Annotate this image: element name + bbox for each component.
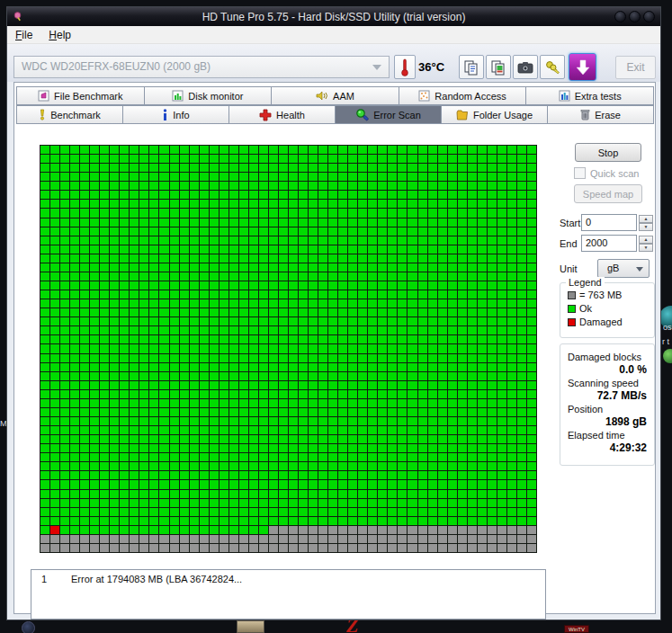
tab-row-bottom: Benchmark Info Health [16,105,653,124]
tab-folder-usage[interactable]: Folder Usage [441,105,548,124]
toolbar: WDC WD20EFRX-68EUZN0 (2000 gB) 36°C [7,44,660,82]
tab-label: Benchmark [50,110,101,120]
stop-button[interactable]: Stop [575,143,641,162]
desktop-icon-orb-small [663,349,672,363]
tab-file-benchmark[interactable]: File Benchmark [16,86,145,105]
error-number: 1 [31,574,71,584]
stop-label: Stop [598,147,619,158]
menu-help[interactable]: Help [40,27,79,43]
unit-dropdown[interactable]: gB [597,259,650,278]
minimize-button[interactable] [614,11,626,22]
disk-monitor-icon [172,90,184,102]
unit-value: gB [607,263,619,273]
folder-icon [456,110,469,120]
scanning-speed-value: 72.7 MB/s [560,389,647,402]
tab-disk-monitor[interactable]: Disk monitor [144,86,273,105]
tab-label: Random Access [435,91,506,102]
end-row: End 2000 ▲ ▼ [560,235,653,252]
chevron-down-icon [636,267,643,272]
titlebar: HD Tune Pro 5.75 - Hard Disk/SSD Utility… [7,7,660,26]
copy-image-button[interactable] [486,55,511,79]
start-label: Start [560,218,581,228]
elapsed-time-value: 4:29:32 [560,441,647,454]
legend-swatch-block [568,291,576,299]
tab-label: Error Scan [373,110,421,120]
thermometer-icon [400,58,409,76]
options-button[interactable] [540,55,565,79]
end-label: End [560,238,581,249]
trash-icon [580,109,590,120]
content-panel: File Benchmark Disk monitor [13,82,656,614]
temperature-button[interactable] [394,55,416,79]
tab-error-scan[interactable]: Error Scan [335,105,442,124]
tab-label: Info [173,110,189,120]
chevron-down-icon [372,65,381,70]
tab-aam[interactable]: AAM [271,86,399,105]
random-access-icon [418,90,430,102]
legend-box: Legend = 763 MB Ok Damaged [560,282,655,338]
tab-random-access[interactable]: Random Access [399,86,527,105]
start-row: Start 0 ▲ ▼ [560,214,653,231]
damaged-blocks-label: Damaged blocks [568,352,654,362]
menu-file[interactable]: File [7,27,40,43]
error-message: Error at 1794083 MB (LBA 36742824... [71,574,545,584]
temperature-value: 36°C [418,60,444,74]
speaker-icon [316,90,328,102]
tab-erase[interactable]: Erase [547,105,654,124]
scanning-speed-label: Scanning speed [568,378,654,388]
drive-select-dropdown[interactable]: WDC WD20EFRX-68EUZN0 (2000 gB) [13,56,390,78]
error-row[interactable]: 1 Error at 1794083 MB (LBA 36742824... [31,570,545,584]
close-button[interactable] [643,11,655,22]
exit-button[interactable]: Exit [615,56,656,79]
start-spin-up[interactable]: ▲ [639,215,653,223]
unit-label: Unit [560,263,597,274]
position-label: Position [568,404,654,415]
scan-grid [40,145,537,553]
tab-label: Erase [595,110,621,120]
speed-map-button[interactable]: Speed map [574,184,642,203]
desktop-photo-thumbnail [237,620,264,633]
legend-swatch-damaged [568,318,576,326]
legend-swatch-ok [568,305,576,313]
start-spin-down[interactable]: ▼ [639,223,653,231]
tab-label: Disk monitor [188,91,243,102]
legend-title: Legend [566,277,605,288]
end-input[interactable]: 2000 [581,235,637,252]
tab-health[interactable]: Health [228,105,336,124]
exit-label: Exit [626,61,644,74]
quick-scan-row: Quick scan [574,167,639,179]
save-results-button[interactable] [569,53,596,81]
menubar: File Help [7,26,660,44]
camera-icon [517,61,533,74]
end-spin-up[interactable]: ▲ [639,236,653,244]
copy-text-button[interactable] [459,55,484,79]
magnifier-icon [355,108,369,121]
tab-label: File Benchmark [54,91,122,102]
file-benchmark-icon [38,90,49,102]
window-title: HD Tune Pro 5.75 - Hard Disk/SSD Utility… [7,11,660,23]
stats-box: Damaged blocks 0.0 % Scanning speed 72.7… [560,343,655,466]
tab-extra-tests[interactable]: Extra tests [525,86,654,105]
quick-scan-label: Quick scan [590,168,639,179]
copy-image-icon [490,59,506,76]
position-value: 1898 gB [560,415,647,428]
info-icon [162,109,168,120]
keys-icon [544,59,560,76]
screenshot-button[interactable] [513,55,538,79]
start-input[interactable]: 0 [581,214,637,231]
benchmark-icon [39,109,46,120]
screen: os r t Me Z WinTV HD Tune Pro 5.75 - Har… [0,0,672,633]
down-arrow-icon [576,59,590,76]
end-spin-down[interactable]: ▼ [639,244,653,252]
error-list[interactable]: 1 Error at 1794083 MB (LBA 36742824... [31,569,546,620]
desktop-text-fragment: os [663,323,672,332]
tab-benchmark[interactable]: Benchmark [16,105,123,124]
extra-tests-icon [559,90,570,102]
maximize-button[interactable] [629,11,641,22]
legend-ok-label: Ok [579,303,592,314]
tab-info[interactable]: Info [122,105,229,124]
quick-scan-checkbox[interactable] [574,167,586,179]
tab-label: AAM [333,91,354,102]
drive-select-value: WDC WD20EFRX-68EUZN0 (2000 gB) [22,60,211,73]
hdtune-window: HD Tune Pro 5.75 - Hard Disk/SSD Utility… [6,6,661,620]
